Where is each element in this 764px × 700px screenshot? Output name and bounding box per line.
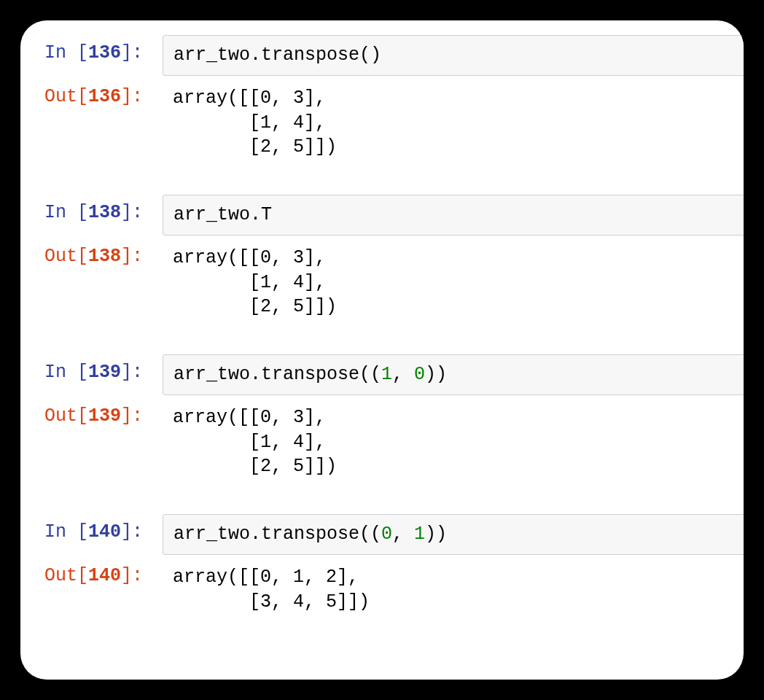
code-input[interactable]: arr_two.transpose((1, 0)) xyxy=(163,354,744,395)
input-cell: In [138]: arr_two.T xyxy=(20,195,744,236)
in-prompt: In [136]: xyxy=(20,35,163,63)
in-prompt: In [138]: xyxy=(20,195,163,223)
code-input[interactable]: arr_two.transpose((0, 1)) xyxy=(163,514,744,555)
code-output: array([[0, 3], [1, 4], [2, 5]]) xyxy=(163,79,744,173)
in-prompt: In [139]: xyxy=(20,354,163,383)
output-cell: Out[140]: array([[0, 1, 2], [3, 4, 5]]) xyxy=(20,558,744,628)
input-cell: In [136]: arr_two.transpose() xyxy=(20,35,744,76)
out-prompt: Out[136]: xyxy=(20,79,163,107)
input-cell: In [139]: arr_two.transpose((1, 0)) xyxy=(20,354,744,395)
code-output: array([[0, 1, 2], [3, 4, 5]]) xyxy=(163,558,744,628)
input-cell: In [140]: arr_two.transpose((0, 1)) xyxy=(20,514,744,555)
out-prompt: Out[139]: xyxy=(20,398,163,427)
code-input[interactable]: arr_two.T xyxy=(163,195,744,236)
output-cell: Out[139]: array([[0, 3], [1, 4], [2, 5]]… xyxy=(20,398,744,492)
out-prompt: Out[140]: xyxy=(20,558,163,586)
output-cell: Out[136]: array([[0, 3], [1, 4], [2, 5]]… xyxy=(20,79,744,173)
code-output: array([[0, 3], [1, 4], [2, 5]]) xyxy=(163,398,744,492)
in-prompt: In [140]: xyxy=(20,514,163,542)
out-prompt: Out[138]: xyxy=(20,238,163,267)
jupyter-notebook: In [136]: arr_two.transpose() Out[136]: … xyxy=(20,20,744,680)
output-cell: Out[138]: array([[0, 3], [1, 4], [2, 5]]… xyxy=(20,238,744,332)
code-output: array([[0, 3], [1, 4], [2, 5]]) xyxy=(163,238,744,332)
code-input[interactable]: arr_two.transpose() xyxy=(163,35,744,76)
